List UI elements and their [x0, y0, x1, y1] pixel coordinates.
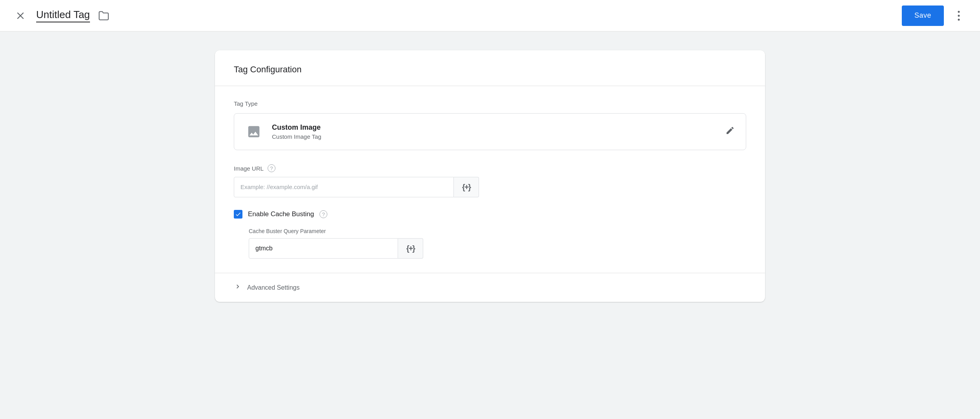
tag-type-label: Tag Type — [234, 100, 746, 107]
image-url-label-row: Image URL ? — [234, 164, 746, 172]
configuration-card: Tag Configuration Tag Type Custom Image … — [215, 50, 765, 302]
section-body: Tag Type Custom Image Custom Image Tag — [215, 86, 765, 273]
tag-type-info: Custom Image Custom Image Tag — [272, 123, 321, 140]
cache-busting-help-icon[interactable]: ? — [319, 210, 327, 218]
main-content: Tag Configuration Tag Type Custom Image … — [0, 31, 980, 321]
image-url-input[interactable] — [234, 177, 454, 197]
svg-point-3 — [958, 15, 960, 17]
cache-buster-variable-button[interactable]: {+} — [398, 238, 423, 259]
cache-busting-label: Enable Cache Busting — [248, 210, 314, 218]
custom-image-icon — [245, 123, 262, 140]
folder-icon[interactable] — [98, 10, 110, 21]
header: Untitled Tag Save — [0, 0, 980, 31]
image-url-label: Image URL — [234, 165, 264, 172]
more-options-icon[interactable] — [950, 7, 967, 24]
header-left: Untitled Tag — [13, 8, 110, 24]
cache-busting-checkbox[interactable] — [234, 210, 242, 219]
tag-type-left: Custom Image Custom Image Tag — [245, 123, 321, 140]
tag-type-name: Custom Image — [272, 123, 321, 132]
variable-icon: {+} — [462, 183, 470, 192]
variable-icon-2: {+} — [406, 244, 415, 253]
svg-point-4 — [958, 18, 960, 20]
tag-type-desc: Custom Image Tag — [272, 133, 321, 140]
chevron-right-icon — [234, 283, 242, 292]
image-url-help-icon[interactable]: ? — [268, 164, 275, 172]
image-url-input-row: {+} — [234, 177, 746, 197]
image-url-group: Image URL ? {+} — [234, 164, 746, 197]
page-title[interactable]: Untitled Tag — [36, 9, 90, 22]
image-url-variable-button[interactable]: {+} — [454, 177, 479, 197]
cache-buster-param-group: Cache Buster Query Parameter {+} — [249, 228, 746, 259]
close-button[interactable] — [13, 8, 28, 24]
cache-buster-input[interactable] — [249, 238, 398, 259]
cache-buster-input-row: {+} — [249, 238, 746, 259]
tag-type-selector[interactable]: Custom Image Custom Image Tag — [234, 113, 746, 150]
advanced-settings-section: Advanced Settings — [215, 273, 765, 302]
advanced-settings-toggle[interactable]: Advanced Settings — [234, 283, 746, 292]
cache-busting-row: Enable Cache Busting ? — [234, 210, 746, 219]
section-header: Tag Configuration — [215, 50, 765, 86]
section-title: Tag Configuration — [234, 64, 301, 74]
header-right: Save — [902, 6, 967, 26]
save-button[interactable]: Save — [902, 6, 944, 26]
cache-buster-param-label: Cache Buster Query Parameter — [249, 228, 746, 234]
edit-tag-type-icon[interactable] — [725, 126, 735, 138]
svg-point-2 — [958, 11, 960, 13]
advanced-settings-label: Advanced Settings — [247, 284, 299, 291]
